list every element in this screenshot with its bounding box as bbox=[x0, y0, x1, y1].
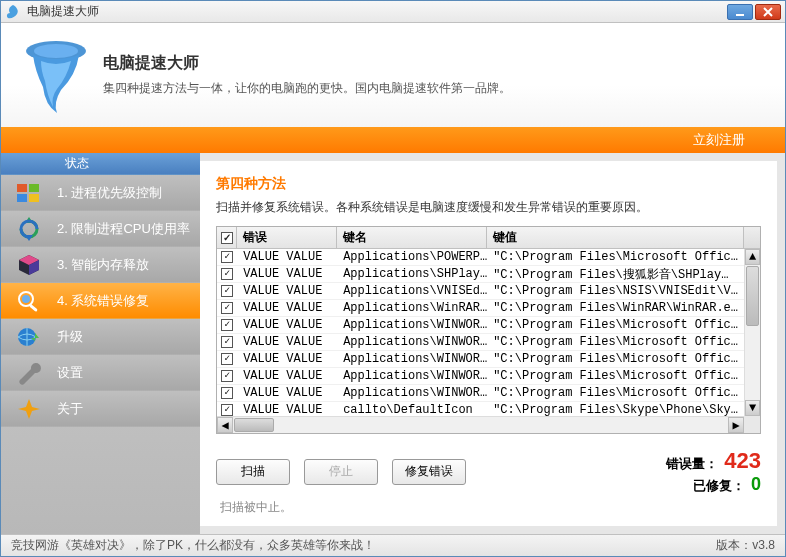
fixed-count-value: 0 bbox=[751, 474, 761, 494]
table-row[interactable]: VALUE VALUEApplications\WinRAR…"C:\Progr… bbox=[217, 300, 760, 317]
table-row[interactable]: VALUE VALUEApplications\VNISEd…"C:\Progr… bbox=[217, 283, 760, 300]
sidebar-item-upgrade[interactable]: 升级 bbox=[1, 319, 200, 355]
scroll-up-icon[interactable]: ▲ bbox=[745, 249, 760, 265]
checkbox-icon bbox=[221, 387, 233, 399]
row-checkbox[interactable] bbox=[217, 370, 237, 382]
sidebar-item-error-fix[interactable]: 4. 系统错误修复 bbox=[1, 283, 200, 319]
section-desc: 扫描并修复系统错误。各种系统错误是电脑速度缓慢和发生异常错误的重要原因。 bbox=[216, 199, 761, 216]
close-button[interactable] bbox=[755, 4, 781, 20]
header-checkbox-col[interactable] bbox=[217, 227, 237, 248]
checkbox-icon bbox=[221, 353, 233, 365]
stop-button[interactable]: 停止 bbox=[304, 459, 378, 485]
cell-keyname: Applications\WinRAR… bbox=[337, 301, 487, 315]
row-checkbox[interactable] bbox=[217, 404, 237, 416]
table-row[interactable]: VALUE VALUEApplications\WINWOR…"C:\Progr… bbox=[217, 334, 760, 351]
tornado-icon bbox=[21, 35, 91, 115]
svg-point-2 bbox=[34, 44, 78, 58]
section-title: 第四种方法 bbox=[216, 175, 761, 193]
table-row[interactable]: VALUE VALUEApplications\SHPlay…"C:\Progr… bbox=[217, 266, 760, 283]
sidebar-item-cpu-limit[interactable]: 2. 限制进程CPU使用率 bbox=[1, 211, 200, 247]
sidebar-item-about[interactable]: 关于 bbox=[1, 391, 200, 427]
header-text: 电脑提速大师 集四种提速方法与一体，让你的电脑跑的更快。国内电脑提速软件第一品牌… bbox=[103, 53, 511, 97]
horizontal-scrollbar[interactable]: ◀ ▶ bbox=[217, 416, 744, 433]
cell-keyname: Applications\WINWOR… bbox=[337, 352, 487, 366]
promo-strip: 立刻注册 bbox=[1, 127, 785, 153]
sidebar-item-label: 设置 bbox=[57, 364, 83, 382]
scroll-thumb[interactable] bbox=[746, 266, 759, 326]
sidebar-item-label: 4. 系统错误修复 bbox=[57, 292, 149, 310]
cell-error: VALUE VALUE bbox=[237, 352, 337, 366]
body: 状态 1. 进程优先级控制 2. 限制进程CPU使用率 3. 智能内存释放 bbox=[1, 153, 785, 534]
svg-rect-4 bbox=[29, 184, 39, 192]
table-body: VALUE VALUEApplications\POWERP…"C:\Progr… bbox=[217, 249, 760, 433]
table-row[interactable]: VALUE VALUEApplications\WINWOR…"C:\Progr… bbox=[217, 317, 760, 334]
scan-status-message: 扫描被中止。 bbox=[220, 499, 761, 516]
table-row[interactable]: VALUE VALUEApplications\WINWOR…"C:\Progr… bbox=[217, 351, 760, 368]
checkbox-icon bbox=[221, 319, 233, 331]
header: 电脑提速大师 集四种提速方法与一体，让你的电脑跑的更快。国内电脑提速软件第一品牌… bbox=[1, 23, 785, 127]
row-checkbox[interactable] bbox=[217, 302, 237, 314]
error-count-label: 错误量： bbox=[666, 456, 718, 471]
table-row[interactable]: VALUE VALUEApplications\POWERP…"C:\Progr… bbox=[217, 249, 760, 266]
cell-keyvalue: "C:\Program Files\Microsoft Offic… bbox=[487, 352, 744, 366]
table-row[interactable]: VALUE VALUEApplications\WINWOR…"C:\Progr… bbox=[217, 385, 760, 402]
col-error[interactable]: 错误 bbox=[237, 227, 337, 248]
app-window: 电脑提速大师 电脑提速大师 集四种提速方法与一体，让你的电脑跑的更快。国内电脑提… bbox=[0, 0, 786, 557]
main-panel: 第四种方法 扫描并修复系统错误。各种系统错误是电脑速度缓慢和发生异常错误的重要原… bbox=[200, 161, 777, 526]
table-row[interactable]: VALUE VALUEApplications\WINWOR…"C:\Progr… bbox=[217, 368, 760, 385]
cell-keyvalue: "C:\Program Files\WinRAR\WinRAR.e… bbox=[487, 301, 744, 315]
cell-keyvalue: "C:\Program Files\Microsoft Offic… bbox=[487, 250, 744, 264]
sparkle-icon bbox=[11, 395, 47, 423]
svg-rect-5 bbox=[17, 194, 27, 202]
checkbox-icon bbox=[221, 404, 233, 416]
header-checkbox-icon bbox=[221, 232, 233, 244]
row-checkbox[interactable] bbox=[217, 268, 237, 280]
sidebar-item-label: 1. 进程优先级控制 bbox=[57, 184, 162, 202]
scroll-right-icon[interactable]: ▶ bbox=[728, 417, 744, 433]
hscroll-track[interactable] bbox=[233, 417, 728, 433]
titlebar[interactable]: 电脑提速大师 bbox=[1, 1, 785, 23]
col-keyvalue[interactable]: 键值 bbox=[487, 227, 744, 248]
stats: 错误量：423 已修复：0 bbox=[666, 448, 761, 495]
footer: 竞技网游《英雄对决》，除了PK，什么都没有，众多英雄等你来战！ 版本：v3.8 bbox=[1, 534, 785, 556]
register-link[interactable]: 立刻注册 bbox=[693, 131, 745, 149]
row-checkbox[interactable] bbox=[217, 336, 237, 348]
sidebar-item-memory[interactable]: 3. 智能内存释放 bbox=[1, 247, 200, 283]
cell-keyname: Applications\POWERP… bbox=[337, 250, 487, 264]
cell-keyname: Applications\WINWOR… bbox=[337, 369, 487, 383]
app-title: 电脑提速大师 bbox=[103, 53, 511, 74]
vertical-scrollbar[interactable]: ▲ ▼ bbox=[744, 249, 760, 416]
fix-button[interactable]: 修复错误 bbox=[392, 459, 466, 485]
cell-error: VALUE VALUE bbox=[237, 250, 337, 264]
row-checkbox[interactable] bbox=[217, 319, 237, 331]
scan-button[interactable]: 扫描 bbox=[216, 459, 290, 485]
cell-keyvalue: "C:\Program Files\NSIS\VNISEdit\V… bbox=[487, 284, 744, 298]
cell-keyvalue: "C:\Program Files\搜狐影音\SHPlay… bbox=[487, 266, 744, 283]
scroll-down-icon[interactable]: ▼ bbox=[745, 400, 760, 416]
checkbox-icon bbox=[221, 336, 233, 348]
scroll-left-icon[interactable]: ◀ bbox=[217, 417, 233, 433]
col-keyname[interactable]: 键名 bbox=[337, 227, 487, 248]
sidebar-item-priority[interactable]: 1. 进程优先级控制 bbox=[1, 175, 200, 211]
globe-download-icon bbox=[11, 323, 47, 351]
sidebar-status[interactable]: 状态 bbox=[1, 153, 200, 175]
cell-error: VALUE VALUE bbox=[237, 267, 337, 281]
sidebar-item-settings[interactable]: 设置 bbox=[1, 355, 200, 391]
svg-rect-3 bbox=[17, 184, 27, 192]
footer-promo[interactable]: 竞技网游《英雄对决》，除了PK，什么都没有，众多英雄等你来战！ bbox=[11, 537, 375, 554]
table-header: 错误 键名 键值 bbox=[217, 227, 760, 249]
svg-rect-9 bbox=[29, 304, 38, 312]
sidebar-status-label: 状态 bbox=[65, 155, 89, 172]
sidebar: 状态 1. 进程优先级控制 2. 限制进程CPU使用率 3. 智能内存释放 bbox=[1, 153, 200, 534]
row-checkbox[interactable] bbox=[217, 353, 237, 365]
checkbox-icon bbox=[221, 251, 233, 263]
row-checkbox[interactable] bbox=[217, 387, 237, 399]
minimize-button[interactable] bbox=[727, 4, 753, 20]
row-checkbox[interactable] bbox=[217, 285, 237, 297]
windows-icon bbox=[11, 179, 47, 207]
cell-keyname: Applications\WINWOR… bbox=[337, 318, 487, 332]
cell-keyvalue: "C:\Program Files\Microsoft Offic… bbox=[487, 386, 744, 400]
row-checkbox[interactable] bbox=[217, 251, 237, 263]
hscroll-thumb[interactable] bbox=[234, 418, 274, 432]
wrench-icon bbox=[11, 359, 47, 387]
